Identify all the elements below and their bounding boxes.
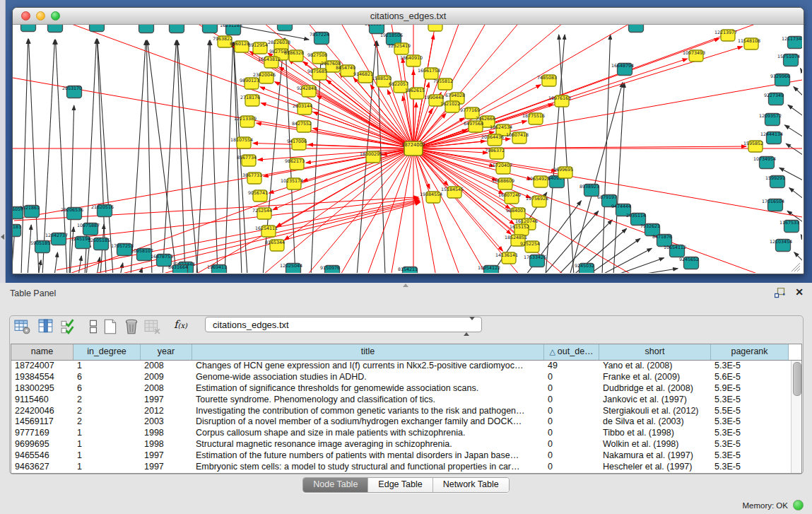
cell-name[interactable]: 9699695 (11, 439, 73, 450)
tab-network-table[interactable]: Network Table (433, 478, 509, 492)
graph-node[interactable]: 10975887 (77, 223, 100, 235)
graph-node[interactable]: 18775516 (522, 113, 545, 124)
graph-node[interactable]: 14136141 (495, 252, 518, 264)
graph-node[interactable]: 12025044 (280, 263, 302, 273)
table-row[interactable]: 1872400712008Changes of HCN gene express… (11, 361, 801, 372)
graph-node[interactable]: 12117344 (782, 36, 802, 48)
graph-node[interactable]: 10235174 (281, 178, 303, 189)
graph-node[interactable]: 1621022 (440, 101, 460, 112)
splitter-collapse-arrow-icon[interactable] (1, 234, 4, 240)
graph-node[interactable]: 1969411 (207, 264, 227, 273)
cell-out_degree[interactable]: 0 (544, 383, 599, 395)
cell-in_degree[interactable]: 2 (73, 406, 141, 417)
graph-node[interactable]: 20691406 (163, 25, 186, 33)
graph-node[interactable]: 18107554 (230, 137, 253, 148)
column-header-pagerank[interactable]: pagerank (711, 344, 789, 360)
graph-node[interactable]: 8427552 (292, 121, 312, 132)
table-row[interactable]: 911546021997Tourette syndrome. Phenomeno… (11, 395, 801, 406)
cell-year[interactable]: 1997 (141, 450, 192, 462)
tab-edge-table[interactable]: Edge Table (367, 478, 432, 492)
cell-title[interactable]: Genome-wide association studies in ADHD. (192, 372, 544, 383)
graph-node[interactable]: 9242848 (297, 86, 317, 97)
graph-node[interactable]: 9150976 (320, 265, 340, 273)
graph-node[interactable]: 15276067 (133, 25, 155, 33)
cell-short[interactable]: Yano et al. (2008) (599, 361, 711, 372)
graph-node[interactable]: 1935822 (16, 25, 36, 32)
graph-node[interactable]: 9252254 (520, 241, 540, 252)
float-panel-icon[interactable] (775, 288, 785, 298)
cell-year[interactable]: 1997 (141, 462, 192, 473)
graph-node[interactable]: 10954122 (478, 265, 500, 273)
cell-pagerank[interactable]: 5.3E-5 (711, 361, 789, 372)
graph-node[interactable]: 16231283 (220, 25, 242, 35)
graph-node[interactable]: 12444134 (760, 132, 783, 144)
cell-year[interactable]: 2008 (141, 383, 192, 395)
column-header-out_degree[interactable]: △out_de… (544, 344, 599, 360)
tab-node-table[interactable]: Node Table (303, 478, 367, 492)
graph-node[interactable]: 9465546 (624, 25, 644, 33)
create-table-icon[interactable] (102, 317, 119, 336)
cell-title[interactable]: Tourette syndrome. Phenomenology and cla… (192, 395, 544, 406)
cell-year[interactable]: 2003 (141, 416, 192, 428)
cell-title[interactable]: Investigating the contribution of common… (192, 406, 544, 417)
graph-node[interactable]: 10055287 (83, 25, 106, 32)
cell-in_degree[interactable]: 6 (73, 383, 141, 395)
table-selector-dropdown[interactable]: citations_edges.txt (205, 317, 482, 332)
graph-node[interactable]: 7857224 (310, 32, 329, 44)
cell-short[interactable]: de Silva et al. (2003) (599, 416, 711, 428)
cell-in_degree[interactable]: 6 (73, 372, 141, 383)
graph-node[interactable]: 5905185 (30, 240, 50, 252)
scrollbar-thumb[interactable] (793, 362, 801, 396)
graph-node[interactable]: 17533426 (524, 255, 546, 267)
cell-year[interactable]: 2008 (141, 361, 192, 372)
cell-name[interactable]: 9463627 (11, 462, 73, 473)
graph-node[interactable]: 15720407 (490, 163, 512, 174)
cell-pagerank[interactable]: 5.9E-5 (711, 383, 789, 395)
cell-pagerank[interactable]: 5.6E-5 (711, 372, 789, 383)
graph-node[interactable]: 15184545 (441, 187, 464, 198)
table-row[interactable]: 1456911722003Disruption of a novel membe… (11, 416, 801, 428)
graph-node[interactable]: 6497568 (464, 121, 483, 132)
cell-in_degree[interactable]: 1 (73, 439, 141, 450)
table-row[interactable]: 977716911998Corpus callosum shape and si… (11, 428, 801, 439)
cell-out_degree[interactable]: 49 (544, 361, 599, 372)
cell-year[interactable]: 2012 (141, 406, 192, 417)
graph-node[interactable]: 16976163 (548, 95, 571, 107)
graph-node[interactable]: 11548108 (738, 38, 760, 49)
graph-node[interactable]: 12093572 (759, 113, 782, 125)
cell-out_degree[interactable]: 0 (544, 395, 599, 406)
graph-node[interactable]: 1167533 (779, 220, 799, 232)
graph-node[interactable]: 9245652 (679, 257, 699, 269)
table-row[interactable]: 946554611997Estimation of the future num… (11, 450, 801, 462)
graph-node[interactable]: 1615152 (510, 224, 529, 235)
table-row[interactable]: 1938455462009Genome-wide association stu… (11, 372, 801, 383)
cell-name[interactable]: 19384554 (11, 372, 73, 383)
graph-node[interactable]: 3913183 (13, 224, 21, 236)
graph-node[interactable]: 19756928 (526, 196, 548, 207)
panel-resize-grip[interactable] (403, 284, 408, 287)
column-header-short[interactable]: short (599, 344, 711, 360)
cell-out_degree[interactable]: 0 (544, 450, 599, 462)
cell-short[interactable]: Dudbridge et al. (2008) (599, 383, 711, 395)
graph-node[interactable]: 1599291 (765, 175, 785, 187)
graph-node[interactable]: 10688609 (492, 178, 514, 189)
cell-year[interactable]: 1998 (141, 428, 192, 439)
cell-name[interactable]: 18300295 (11, 383, 73, 395)
cell-out_degree[interactable]: 0 (544, 406, 599, 417)
graph-node[interactable]: 8165344 (265, 240, 285, 251)
graph-node[interactable]: 10734954 (753, 156, 776, 168)
column-header-name[interactable]: name (11, 344, 73, 360)
graph-node[interactable]: 8154211 (398, 267, 418, 273)
graph-node[interactable]: 4035574 (43, 25, 63, 33)
cell-short[interactable]: Tibbo et al. (1998) (599, 428, 711, 439)
graph-node[interactable]: 9056741 (248, 190, 268, 201)
graph-node[interactable]: 16961758 (418, 68, 440, 79)
cell-title[interactable]: Corpus callosum shape and size in male p… (192, 428, 544, 439)
column-header-in_degree[interactable]: in_degree (73, 344, 141, 360)
graph-node[interactable]: 7955812 (433, 78, 453, 90)
cell-short[interactable]: Jankovic et al. (1997) (599, 395, 711, 406)
cell-in_degree[interactable]: 1 (73, 462, 141, 473)
graph-node[interactable]: 19654923 (527, 176, 550, 187)
cell-out_degree[interactable]: 0 (544, 439, 599, 450)
graph-node[interactable]: 20364436 (481, 134, 504, 146)
